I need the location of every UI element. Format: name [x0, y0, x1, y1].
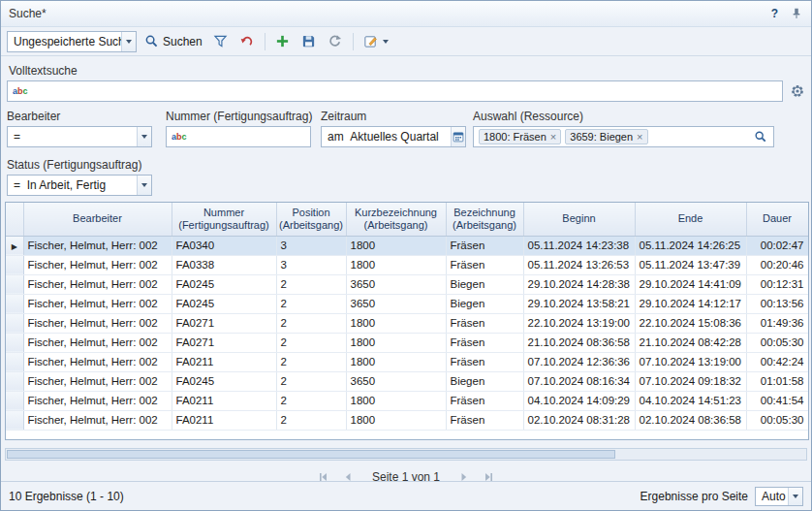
- cell: 22.10.2024 15:08:36: [635, 313, 746, 333]
- zeitraum-dropdown[interactable]: am Aktuelles Quartal: [321, 126, 466, 147]
- add-button[interactable]: [271, 31, 295, 52]
- cell: 07.10.2024 12:36:36: [523, 352, 635, 371]
- cell: 00:05:30: [746, 410, 808, 430]
- table-row[interactable]: ▶Fischer, Helmut, Herr: 002FA034031800Fr…: [6, 236, 808, 255]
- column-header[interactable]: Bezeichnung (Arbeitsgang): [446, 203, 523, 236]
- row-indicator-cell: [6, 255, 23, 274]
- status-field: Status (Fertigungsauftrag) = In Arbeit, …: [7, 158, 152, 196]
- cell: 02.10.2024 08:36:58: [635, 410, 746, 430]
- column-header[interactable]: Dauer: [746, 203, 808, 236]
- table-row[interactable]: Fischer, Helmut, Herr: 002FA021121800Frä…: [6, 391, 808, 410]
- gear-icon[interactable]: [790, 83, 805, 99]
- cell: 00:05:30: [746, 333, 808, 352]
- lookup-search-icon[interactable]: [753, 129, 768, 144]
- cell: 05.11.2024 14:26:25: [635, 236, 746, 255]
- row-indicator-cell: [6, 313, 23, 333]
- cell: 1800: [346, 352, 446, 371]
- table-row[interactable]: Fischer, Helmut, Herr: 002FA033831800Frä…: [6, 255, 808, 274]
- cell: 1800: [346, 333, 446, 352]
- dropdown-button[interactable]: [788, 488, 802, 505]
- token-remove-icon[interactable]: ×: [550, 131, 556, 143]
- column-header[interactable]: Bearbeiter: [23, 203, 172, 236]
- undo-button[interactable]: [235, 31, 259, 52]
- cell: FA0245: [172, 294, 276, 313]
- row-indicator-cell: [6, 391, 23, 410]
- table-row[interactable]: Fischer, Helmut, Herr: 002FA021121800Frä…: [6, 410, 808, 430]
- search-profile-combobox[interactable]: Ungespeicherte Suche: [7, 31, 137, 52]
- calendar-button[interactable]: [451, 127, 465, 146]
- table-row[interactable]: Fischer, Helmut, Herr: 002FA021121800Frä…: [6, 352, 808, 371]
- cell: 1800: [346, 313, 446, 333]
- cell: 2: [276, 352, 346, 371]
- resource-token[interactable]: 3659: Biegen×: [565, 129, 647, 144]
- chevron-down-icon: [126, 40, 132, 44]
- table-row[interactable]: Fischer, Helmut, Herr: 002FA027121800Frä…: [6, 313, 808, 333]
- chevron-down-icon: [793, 495, 798, 498]
- cell: Fräsen: [446, 255, 523, 274]
- table-row[interactable]: Fischer, Helmut, Herr: 002FA024523650Bie…: [6, 294, 808, 313]
- cell: 29.10.2024 13:58:21: [523, 294, 635, 313]
- cell: Fischer, Helmut, Herr: 002: [23, 391, 172, 410]
- status-label: Status (Fertigungsauftrag): [7, 158, 152, 172]
- cell: Fräsen: [446, 236, 523, 255]
- status-operator: =: [14, 178, 20, 192]
- edit-button[interactable]: [359, 31, 392, 52]
- bearbeiter-label: Bearbeiter: [7, 110, 152, 123]
- toolbar: Ungespeicherte Suche Suchen: [1, 27, 811, 56]
- cell: 21.10.2024 08:42:28: [635, 333, 746, 352]
- cell: 01:49:36: [746, 313, 808, 333]
- horizontal-scrollbar[interactable]: [5, 448, 807, 461]
- cell: FA0245: [172, 274, 276, 294]
- cell: FA0340: [172, 236, 276, 255]
- column-header[interactable]: Kurzbezeichnung (Arbeitsgang): [346, 203, 446, 236]
- cell: 2: [276, 333, 346, 352]
- column-header[interactable]: Nummer (Fertigungsauftrag): [172, 203, 276, 236]
- cell: 22.10.2024 13:19:00: [523, 313, 635, 333]
- chevron-down-icon: [141, 183, 147, 187]
- scrollbar-thumb[interactable]: [7, 450, 615, 459]
- row-indicator-cell: [6, 352, 23, 371]
- search-profile-value: Ungespeicherte Suche: [8, 35, 121, 48]
- cell: 3: [276, 236, 346, 255]
- token-remove-icon[interactable]: ×: [637, 131, 642, 143]
- resource-token-list: 1800: Fräsen×3659: Biegen×: [479, 129, 748, 144]
- cell: FA0271: [172, 333, 276, 352]
- bearbeiter-dropdown[interactable]: =: [7, 126, 152, 147]
- bearbeiter-operator: =: [8, 130, 137, 144]
- cell: 04.10.2024 14:51:23: [635, 391, 746, 410]
- column-header[interactable]: Ende: [635, 203, 746, 236]
- column-header[interactable]: Beginn: [523, 203, 635, 236]
- search-window: Suche* ? Ungespeicherte Suche Suchen: [0, 0, 812, 511]
- search-button-label: Suchen: [163, 35, 203, 48]
- dropdown-button[interactable]: [137, 127, 151, 146]
- auswahl-ressource-input[interactable]: 1800: Fräsen×3659: Biegen×: [473, 126, 774, 147]
- status-dropdown[interactable]: = In Arbeit, Fertig: [7, 175, 152, 196]
- cell: 2: [276, 410, 346, 430]
- toolbar-separator: [353, 33, 354, 50]
- dropdown-button[interactable]: [137, 176, 151, 195]
- table-row[interactable]: Fischer, Helmut, Herr: 002FA024523650Bie…: [6, 371, 808, 391]
- table-row[interactable]: Fischer, Helmut, Herr: 002FA024523650Bie…: [6, 274, 808, 294]
- column-header[interactable]: Position (Arbeitsgang): [276, 203, 346, 236]
- resource-token[interactable]: 1800: Fräsen×: [479, 129, 561, 144]
- cell: 21.10.2024 08:36:58: [523, 333, 635, 352]
- cell: Fischer, Helmut, Herr: 002: [23, 352, 172, 371]
- profile-dropdown-button[interactable]: [121, 32, 136, 51]
- cell: 00:41:54: [746, 391, 808, 410]
- per-page-value: Auto: [756, 490, 788, 503]
- status-bar: 10 Ergebnisse (1 - 10) Ergebnisse pro Se…: [1, 481, 811, 510]
- search-button[interactable]: Suchen: [140, 31, 206, 52]
- cell: 00:12:31: [746, 274, 808, 294]
- help-button[interactable]: ?: [771, 7, 778, 20]
- filter-button[interactable]: [209, 31, 233, 52]
- table-row[interactable]: Fischer, Helmut, Herr: 002FA027121800Frä…: [6, 333, 808, 352]
- page-title: Suche*: [9, 7, 47, 20]
- fulltext-input[interactable]: abc: [7, 80, 783, 102]
- pin-icon[interactable]: [790, 7, 803, 20]
- per-page-dropdown[interactable]: Auto: [755, 487, 803, 506]
- cell: 1800: [346, 255, 446, 274]
- nummer-input[interactable]: abc: [166, 126, 311, 147]
- cell: FA0245: [172, 371, 276, 391]
- refresh-button[interactable]: [324, 31, 347, 52]
- save-button[interactable]: [297, 31, 321, 52]
